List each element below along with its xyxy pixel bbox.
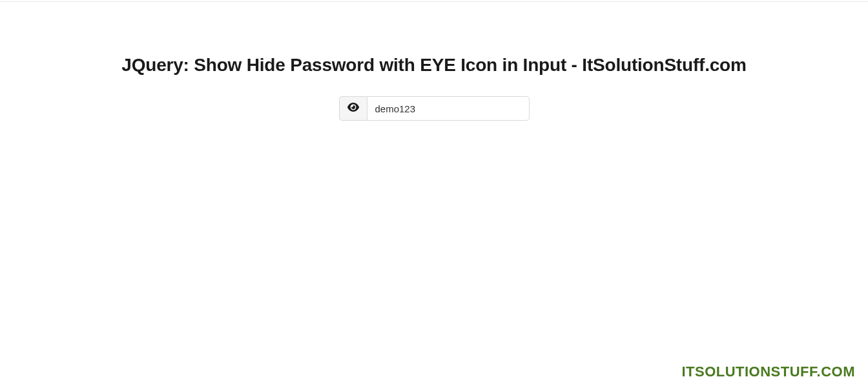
main-container: JQuery: Show Hide Password with EYE Icon… [0, 0, 868, 121]
password-input-group [339, 96, 530, 121]
watermark-text: ITSOLUTIONSTUFF.COM [681, 363, 855, 380]
toggle-password-button[interactable] [339, 96, 367, 121]
eye-icon [347, 101, 359, 116]
top-separator [0, 1, 868, 2]
password-input[interactable] [367, 96, 530, 121]
page-title: JQuery: Show Hide Password with EYE Icon… [0, 55, 868, 76]
